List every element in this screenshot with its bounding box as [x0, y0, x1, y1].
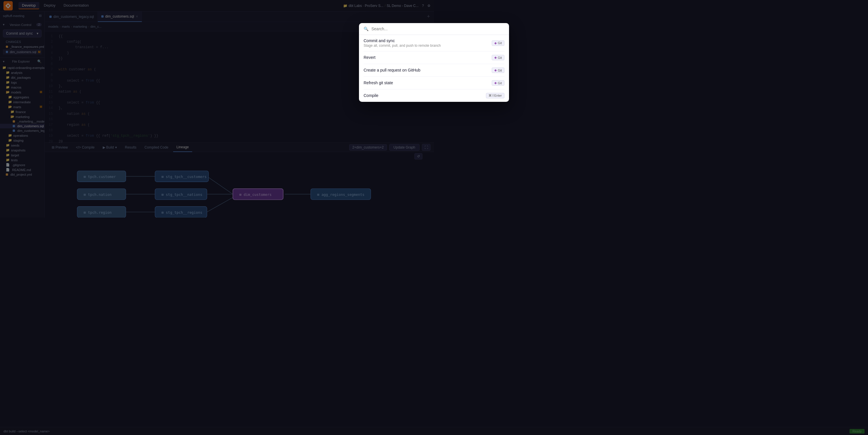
cp-item-title: Create a pull request on GitHub: [364, 68, 434, 72]
cp-item-desc: Stage all, commit, pull, and push to rem…: [364, 43, 434, 48]
cp-item-refresh-git[interactable]: Refresh git state ◆ Git: [359, 77, 434, 89]
cp-item-pull-request[interactable]: Create a pull request on GitHub ◆ Git: [359, 64, 434, 76]
command-palette-search: 🔍: [359, 23, 434, 35]
cp-item-commit-sync[interactable]: Commit and sync Stage all, commit, pull,…: [359, 35, 434, 51]
search-input[interactable]: [371, 27, 434, 31]
cp-item-title: Commit and sync: [364, 38, 434, 43]
search-icon: 🔍: [364, 27, 369, 31]
cp-item-title: Revert: [364, 55, 434, 60]
cp-item-title: Compile: [364, 93, 434, 98]
cp-item-title: Refresh git state: [364, 81, 434, 85]
command-palette: 🔍 Commit and sync Stage all, commit, pul…: [359, 23, 434, 102]
cp-item-compile[interactable]: Compile ⌘⇧Enter: [359, 89, 434, 102]
cp-item-revert[interactable]: Revert ◆ Git: [359, 51, 434, 64]
